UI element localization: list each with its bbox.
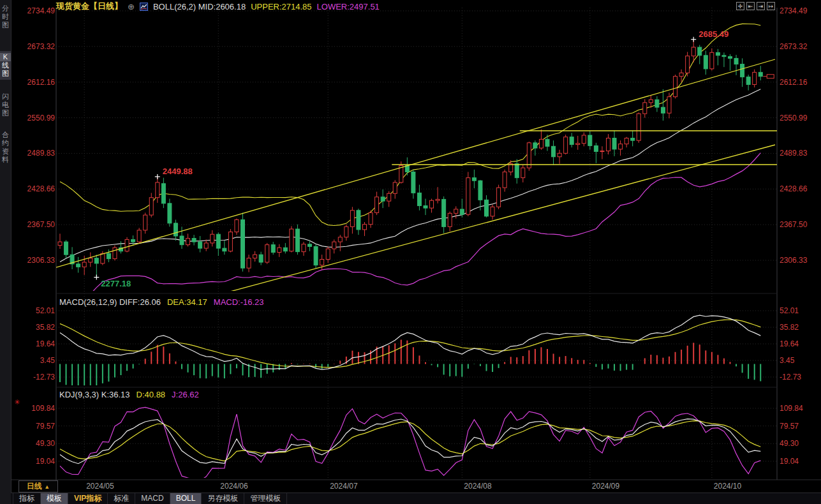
axis-scale-right-icon[interactable]: ⇥ <box>757 2 765 10</box>
kdj-j-label: J:26.62 <box>172 390 199 399</box>
tab-vip-indicator[interactable]: VIP指标 <box>68 493 108 504</box>
macd-diff-label: MACD(26,12,9) DIFF:26.06 <box>59 297 161 307</box>
price-axis-label: 2428.66 <box>780 184 807 193</box>
price-axis-label: 2734.49 <box>780 6 807 15</box>
price-axis-label: 2612.16 <box>780 78 807 87</box>
tab-save-template[interactable]: 另存模板 <box>202 493 244 504</box>
sidebar-item-char: 线 <box>0 61 11 70</box>
circle-plus-icon[interactable]: ⊕ <box>128 2 135 11</box>
sidebar-item-contract-info[interactable]: 合约资料 <box>0 129 11 166</box>
kline-logo-icon <box>140 3 148 11</box>
price-axis-label: 2550.99 <box>13 114 55 122</box>
boll-lower-label: LOWER:2497.51 <box>317 2 380 11</box>
sidebar-item-char: K <box>0 53 11 61</box>
macd-panel-title: MACD(26,12,9) DIFF:26.06 DEA:34.17 MACD:… <box>59 297 264 307</box>
macd-axis-label: 19.64 <box>780 339 799 348</box>
kdj-axis-label: 49.30 <box>780 439 799 448</box>
chart-header: 现货黄金【日线】 ⊕ BOLL(26,2) MID:2606.18 UPPER:… <box>56 1 380 11</box>
sidebar-item-time-chart[interactable]: 分时图 <box>0 3 11 31</box>
annotation-2685.49: 2685.49 <box>699 29 729 39</box>
kdj-axis-label: 49.30 <box>13 439 55 448</box>
bottom-tab-bar: 指标模板VIP指标标准MACDBOLL另存模板管理模板 <box>11 493 821 504</box>
crosshair-icon[interactable]: ✛ <box>736 2 744 10</box>
x-axis-month-label: 2024/10 <box>714 482 741 491</box>
kdj-d-label: D:40.88 <box>137 390 166 399</box>
macd-axis-label: 3.45 <box>13 356 55 365</box>
sidebar-item-kline-chart[interactable]: K线图 <box>0 51 11 80</box>
kdj-axis-label: 19.04 <box>13 457 55 466</box>
tab-indicator[interactable]: 指标 <box>13 493 41 504</box>
tab-manage-template[interactable]: 管理模板 <box>244 493 287 504</box>
price-axis-label: 2673.32 <box>13 42 55 51</box>
chart-type-sidebar: 分时图K线图闪电图合约资料 <box>0 0 11 504</box>
x-axis-month-label: 2024/05 <box>86 482 114 491</box>
macd-dea-label: DEA:34.17 <box>167 297 207 307</box>
sidebar-item-char: 图 <box>0 70 11 78</box>
macd-value-label: MACD:-16.23 <box>214 297 264 307</box>
symbol-title: 现货黄金【日线】 <box>56 1 122 12</box>
sidebar-item-char: 时 <box>0 13 11 21</box>
sidebar-item-char: 分 <box>0 4 11 13</box>
indicator-alert-icon: ✳ <box>14 398 20 406</box>
macd-axis-label: 52.01 <box>780 306 799 315</box>
price-axis-label: 2673.32 <box>780 42 807 51</box>
sidebar-item-char: 合 <box>0 131 11 139</box>
macd-axis-label: -12.73 <box>780 373 801 382</box>
price-axis-label: 2428.66 <box>13 184 55 193</box>
price-axis-label: 2550.99 <box>780 114 807 122</box>
sidebar-item-flash-chart[interactable]: 闪电图 <box>0 91 11 119</box>
sidebar-item-char: 料 <box>0 156 11 164</box>
price-axis-label: 2306.33 <box>13 256 55 265</box>
kdj-axis-label: 109.84 <box>780 404 803 413</box>
trading-app-window: 分时图K线图闪电图合约资料 现货黄金【日线】 ⊕ BOLL(26,2) MID:… <box>0 0 821 504</box>
price-axis-label: 2489.83 <box>780 149 807 158</box>
price-axis-label: 2489.83 <box>13 149 55 158</box>
period-label: 日线 <box>27 482 42 491</box>
annotation-2277.18: 2277.18 <box>101 279 131 288</box>
macd-axis-label: 35.82 <box>13 323 55 332</box>
tab-standard[interactable]: 标准 <box>108 493 135 504</box>
x-axis-month-label: 2024/09 <box>592 482 619 491</box>
sidebar-item-char: 约 <box>0 139 11 147</box>
chart-toolbar: ✛⇤⇥↦ <box>736 2 775 10</box>
period-selector[interactable]: 日线 ▲ <box>18 480 58 493</box>
macd-axis-label: 3.45 <box>780 356 794 365</box>
axis-scale-left-icon[interactable]: ⇤ <box>746 2 755 10</box>
tab-macd[interactable]: MACD <box>135 493 170 504</box>
macd-axis-label: -12.73 <box>13 373 55 382</box>
kdj-k-label: KDJ(9,3,3) K:36.13 <box>59 390 130 399</box>
pan-right-icon[interactable]: ↦ <box>767 2 775 10</box>
x-axis-month-label: 2024/06 <box>220 482 248 491</box>
sidebar-item-char: 图 <box>0 109 11 117</box>
kdj-axis-label: 79.57 <box>13 422 55 431</box>
macd-axis-label: 52.01 <box>13 306 55 315</box>
x-axis-month-label: 2024/08 <box>464 482 491 491</box>
kdj-panel-title: KDJ(9,3,3) K:36.13 D:40.88 J:26.62 <box>59 390 199 399</box>
sidebar-item-char: 电 <box>0 101 11 109</box>
price-axis-label: 2367.50 <box>13 220 55 229</box>
period-up-arrow: ▲ <box>44 484 50 490</box>
price-axis-label: 2306.33 <box>780 256 807 265</box>
macd-axis-label: 19.64 <box>13 339 55 348</box>
boll-indicator-label: BOLL(26,2) MID:2606.18 <box>153 2 246 11</box>
kdj-axis-label: 79.57 <box>780 422 799 431</box>
sidebar-item-char: 闪 <box>0 93 11 101</box>
price-axis-label: 2612.16 <box>13 78 55 87</box>
tab-boll[interactable]: BOLL <box>170 493 202 504</box>
x-axis-month-label: 2024/07 <box>330 482 357 491</box>
boll-upper-label: UPPER:2714.85 <box>251 2 311 11</box>
annotation-2449.88: 2449.88 <box>163 167 193 176</box>
chart-canvas[interactable] <box>0 0 821 504</box>
kdj-axis-label: 19.04 <box>780 457 799 466</box>
sidebar-item-char: 资 <box>0 147 11 156</box>
macd-axis-label: 35.82 <box>780 323 799 332</box>
price-axis-label: 2367.50 <box>780 220 807 229</box>
price-axis-label: 2734.49 <box>13 6 55 15</box>
tab-template[interactable]: 模板 <box>41 493 68 504</box>
sidebar-item-char: 图 <box>0 21 11 29</box>
